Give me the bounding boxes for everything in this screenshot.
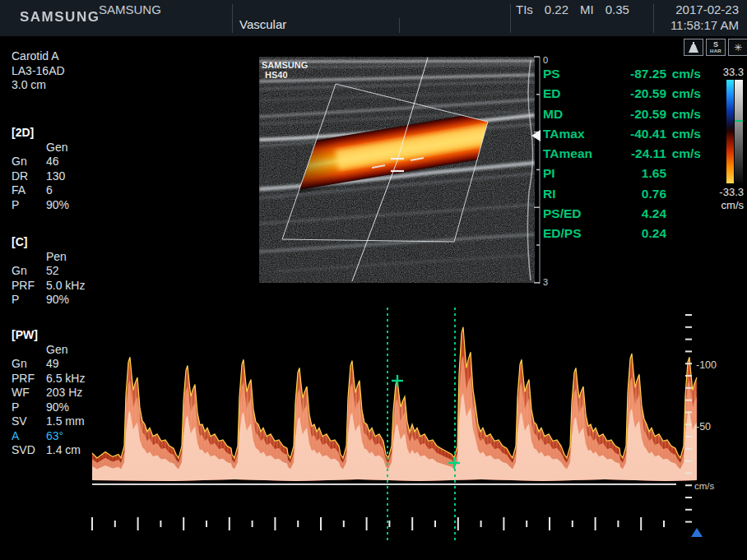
mi-value: 0.35 — [605, 2, 629, 16]
probe-icon — [684, 39, 703, 56]
measurement-panel: PS-87.25cm/s ED-20.59cm/s MD-20.59cm/s T… — [543, 67, 701, 247]
doppler-color-strip — [726, 80, 734, 183]
param-row: PRF5.0 kHz — [12, 279, 131, 294]
preset-label: Vascular — [239, 17, 286, 31]
velocity-label-50: -50 — [696, 421, 711, 433]
velocity-ruler: -100 -50 cm/s — [680, 309, 747, 539]
cine-icon: ✳ — [728, 39, 747, 56]
section-title-2d: [2D] — [12, 126, 131, 141]
divider — [399, 18, 400, 33]
gray-scale-strip — [735, 80, 743, 183]
date-readout: 2017-02-23 — [655, 2, 739, 16]
caliper-line-end[interactable] — [454, 308, 456, 541]
tis-label: TIs — [516, 2, 533, 16]
velocity-label-100: -100 — [696, 359, 717, 371]
measurement-row: TAmax-40.41cm/s — [543, 127, 701, 146]
probe-model: LA3-16AD — [12, 64, 131, 79]
measurement-row: PS-87.25cm/s — [543, 67, 701, 86]
measurement-row: PS/ED4.24 — [543, 206, 701, 226]
doppler-baseline — [92, 484, 676, 485]
ruler-top-label: 0 — [543, 56, 548, 65]
param-row: Gn46 — [12, 155, 131, 169]
tis-value: 0.22 — [545, 2, 568, 16]
ultrasound-screen: SAMSUNG SAMSUNG Vascular TIs 0.22 MI 0.3… — [0, 0, 747, 560]
divider — [232, 4, 233, 33]
spectral-waveform — [90, 306, 699, 503]
cine-position-marker[interactable] — [691, 528, 703, 537]
measurement-row: ED/PS0.24 — [543, 226, 701, 246]
depth-readout: 3.0 cm — [12, 78, 131, 93]
samsung-logo: SAMSUNG — [20, 10, 100, 25]
velocity-unit-label: cm/s — [694, 481, 715, 491]
colorbar-max-label: 33.3 — [706, 66, 744, 78]
ps-caliper-cross[interactable] — [391, 374, 404, 387]
param-row: FA6 — [12, 183, 131, 198]
section-title-c: [C] — [12, 235, 131, 250]
param-row: Gen — [12, 141, 131, 155]
caliper-line-start[interactable] — [387, 308, 388, 541]
watermark-brand: SAMSUNG — [262, 60, 308, 70]
time-ruler — [82, 515, 708, 535]
measurement-row: ED-20.59cm/s — [543, 86, 701, 106]
divider — [510, 4, 511, 33]
top-bar: SAMSUNG SAMSUNG Vascular TIs 0.22 MI 0.3… — [0, 0, 747, 36]
color-scale-bar — [726, 80, 743, 183]
bmode-image: SAMSUNG HS40 — [259, 57, 535, 283]
acoustic-output-readout: TIs 0.22 MI 0.35 — [516, 2, 629, 16]
exam-preset: Carotid A — [12, 49, 131, 64]
measurement-row: TAmean-24.11cm/s — [543, 146, 701, 166]
param-row: P90% — [12, 198, 131, 213]
ed-caliper-cross[interactable] — [448, 456, 461, 470]
params-color: [C] Pen Gn52 PRF5.0 kHz P90% — [12, 235, 131, 308]
ruler-bottom-label: 3 — [543, 277, 548, 286]
gray-map-marker — [735, 120, 743, 122]
param-row: DR130 — [12, 169, 131, 184]
param-row: Gn52 — [12, 264, 131, 279]
colorbar-unit-label: cm/s — [706, 199, 744, 211]
measurement-row: PI1.65 — [543, 166, 701, 186]
measurement-row: RI0.76 — [543, 187, 701, 206]
params-2d: [2D] Gen Gn46 DR130 FA6 P90% — [12, 126, 131, 212]
brand-label: SAMSUNG — [99, 2, 161, 16]
param-row: P90% — [12, 293, 131, 308]
measurement-row: MD-20.59cm/s — [543, 107, 701, 127]
param-row: Pen — [12, 250, 131, 265]
status-icon-row: S HAR ✳ — [684, 39, 747, 56]
mi-label: MI — [580, 2, 594, 16]
harmonic-imaging-icon: S HAR — [706, 39, 726, 56]
time-readout: 11:58:17 AM — [655, 18, 739, 32]
watermark-model: HS40 — [265, 70, 288, 80]
divider — [653, 4, 654, 33]
exam-info: Carotid A LA3-16AD 3.0 cm — [12, 49, 131, 93]
colorbar-min-label: -33.3 — [706, 186, 744, 198]
